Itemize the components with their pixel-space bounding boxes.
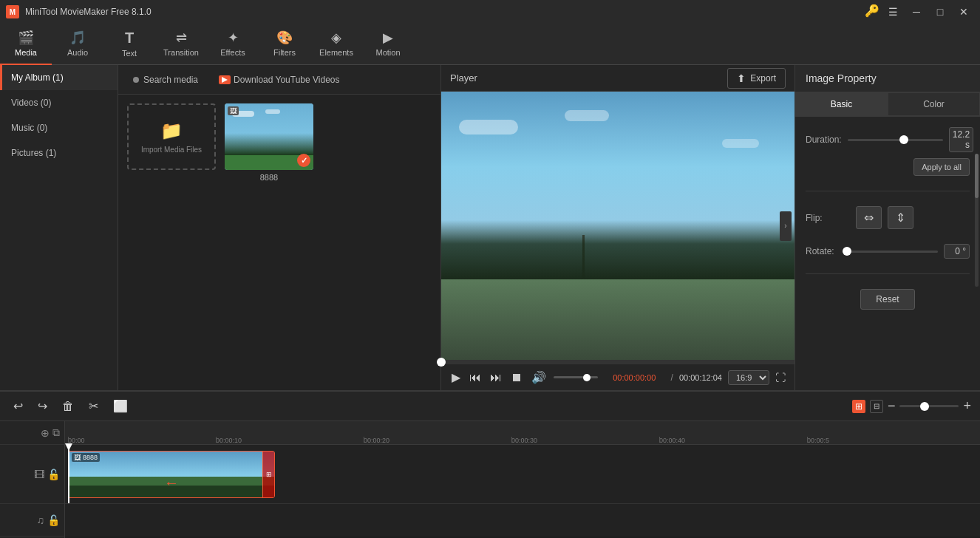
- toolbar-item-elements[interactable]: ◈ Elements: [310, 24, 362, 65]
- play-button[interactable]: ▶: [450, 369, 462, 386]
- track-labels: ⊕ ⧉ 🎞 🔓 ♫ 🔓: [0, 421, 65, 538]
- duration-slider[interactable]: [848, 139, 943, 141]
- timeline-toolbar: ↩ ↪ 🗑 ✂ ⬜ ⊞ ⊟ − +: [0, 392, 980, 421]
- copy-track-button[interactable]: ⧉: [52, 426, 60, 439]
- timeline-section: ↩ ↪ 🗑 ✂ ⬜ ⊞ ⊟ − + ⊕ ⧉ 🎞 🔓 ♫ 🔓: [0, 390, 980, 538]
- cloud1: [459, 120, 518, 134]
- fullscreen-button[interactable]: ⛶: [775, 372, 786, 384]
- toolbar-item-text[interactable]: T Text: [103, 24, 155, 65]
- tab-basic[interactable]: Basic: [795, 92, 888, 116]
- flip-label: Flip:: [806, 213, 850, 223]
- search-media-tab[interactable]: Search media: [124, 70, 207, 89]
- rotate-value: 0 °: [944, 244, 970, 259]
- video-track-icon[interactable]: 🎞: [34, 469, 44, 480]
- left-sidebar: My Album (1) Videos (0) Music (0) Pictur…: [0, 65, 118, 390]
- cloud-decoration2: [265, 109, 280, 114]
- sidebar-item-music[interactable]: Music (0): [0, 115, 118, 140]
- app-title: MiniTool MovieMaker Free 8.1.0: [25, 7, 152, 17]
- rotate-slider[interactable]: [843, 251, 938, 253]
- aspect-ratio-select[interactable]: 16:9 9:16 1:1 4:3: [728, 370, 769, 385]
- media-item-name: 8888: [260, 173, 278, 182]
- player-timeline[interactable]: [441, 360, 794, 364]
- toolbar-label-audio: Audio: [67, 48, 88, 57]
- toolbar-item-motion[interactable]: ▶ Motion: [362, 24, 414, 65]
- audio-track-icon[interactable]: ♫: [37, 514, 45, 526]
- player-header: Player ⬆ Export: [441, 65, 794, 92]
- divider1: [806, 191, 970, 191]
- flip-horizontal-button[interactable]: ⇔: [856, 206, 882, 229]
- export-icon: ⬆: [737, 72, 746, 84]
- duration-section: Duration: 12.2 s Apply to all: [806, 127, 970, 176]
- track-label-main: ⊕ ⧉: [0, 421, 64, 445]
- add-track-button[interactable]: ⊕: [41, 427, 50, 439]
- toolbar-item-media[interactable]: 🎬 Media: [0, 24, 52, 65]
- minimize-button[interactable]: ─: [906, 4, 927, 20]
- toolbar-label-elements: Elements: [319, 48, 353, 57]
- zoom-in-button[interactable]: +: [963, 398, 971, 414]
- prev-frame-button[interactable]: ⏮: [468, 370, 483, 386]
- apply-to-all-button[interactable]: Apply to all: [913, 158, 970, 176]
- toolbar-label-filters: Filters: [273, 48, 296, 57]
- toolbar-item-audio[interactable]: 🎵 Audio: [52, 24, 103, 65]
- youtube-label: Download YouTube Videos: [234, 75, 339, 85]
- player-controls: ▶ ⏮ ⏭ ⏹ 🔊 00:00:00:00 / 00:00:12:04 16:9…: [441, 364, 794, 390]
- delete-button[interactable]: 🗑: [58, 397, 78, 416]
- playhead[interactable]: [68, 445, 69, 503]
- zoom-out-button[interactable]: −: [888, 398, 896, 414]
- tree-silhouette-row: [441, 220, 794, 279]
- ripple-button[interactable]: ⊟: [870, 400, 883, 413]
- track-label-video: 🎞 🔓: [0, 445, 64, 504]
- flip-row: Flip: ⇔ ⇕: [806, 206, 970, 229]
- titlebar: M MiniTool MovieMaker Free 8.1.0 🔑 ☰ ─ □…: [0, 0, 980, 24]
- cloud2: [565, 110, 609, 121]
- export-button[interactable]: ⬆ Export: [727, 68, 786, 89]
- scrollbar-thumb: [975, 154, 979, 198]
- next-frame-button[interactable]: ⏭: [489, 370, 503, 386]
- ruler-mark-30: 00:00:30: [511, 437, 537, 444]
- redo-button[interactable]: ↪: [33, 396, 52, 416]
- toolbar-item-effects[interactable]: ✦ Effects: [207, 24, 259, 65]
- media-icon: 🎬: [18, 30, 34, 46]
- menu-button[interactable]: ☰: [882, 4, 903, 20]
- video-clip-8888[interactable]: 🖼 8888 ← ⊞: [68, 451, 275, 498]
- tab-color[interactable]: Color: [888, 92, 980, 116]
- volume-slider[interactable]: [554, 376, 598, 378]
- maximize-button[interactable]: □: [930, 4, 950, 20]
- video-lock-button[interactable]: 🔓: [47, 469, 60, 480]
- audio-lock-button[interactable]: 🔓: [47, 514, 60, 526]
- flip-vertical-button[interactable]: ⇕: [888, 206, 913, 229]
- selected-check-icon: ✓: [297, 154, 310, 167]
- toolbar-item-transition[interactable]: ⇌ Transition: [155, 24, 207, 65]
- right-panel-scrollbar[interactable]: [975, 154, 979, 287]
- reset-container: Reset: [806, 289, 970, 310]
- stop-button[interactable]: ⏹: [509, 370, 524, 386]
- expand-panel-button[interactable]: ›: [780, 211, 792, 241]
- reset-button[interactable]: Reset: [860, 289, 914, 310]
- toolbar-item-filters[interactable]: 🎨 Filters: [259, 24, 310, 65]
- sidebar-item-myalbum[interactable]: My Album (1): [0, 65, 118, 90]
- import-media-button[interactable]: 📁 Import Media Files: [127, 103, 216, 170]
- key-icon: 🔑: [865, 4, 879, 20]
- zoom-slider[interactable]: [899, 405, 959, 407]
- close-button[interactable]: ✕: [953, 4, 974, 20]
- sidebar-item-pictures[interactable]: Pictures (1): [0, 140, 118, 166]
- crop-button[interactable]: ⬜: [109, 396, 132, 416]
- motion-arrow-icon: ←: [164, 474, 179, 491]
- youtube-tab[interactable]: Download YouTube Videos: [210, 70, 348, 89]
- volume-button[interactable]: 🔊: [530, 369, 548, 386]
- app-icon: M: [6, 5, 19, 18]
- search-dot-icon: [133, 77, 139, 83]
- clip-resize-handle[interactable]: ⊞: [262, 452, 274, 497]
- image-property-title: Image Property: [795, 65, 980, 92]
- video-sky: [441, 92, 794, 279]
- media-item-8888[interactable]: 🖼 ✓ 8888: [225, 103, 313, 182]
- ruler-mark-50: 00:00:5: [807, 437, 829, 444]
- youtube-icon: [219, 75, 231, 84]
- undo-button[interactable]: ↩: [9, 396, 27, 416]
- sidebar-item-videos[interactable]: Videos (0): [0, 90, 118, 115]
- ruler-mark-40: 00:00:40: [659, 437, 685, 444]
- snap-button[interactable]: ⊞: [852, 400, 865, 413]
- ruler-mark-10: 00:00:10: [216, 437, 242, 444]
- cut-button[interactable]: ✂: [84, 396, 103, 416]
- video-track: 🖼 8888 ← ⊞: [65, 445, 980, 504]
